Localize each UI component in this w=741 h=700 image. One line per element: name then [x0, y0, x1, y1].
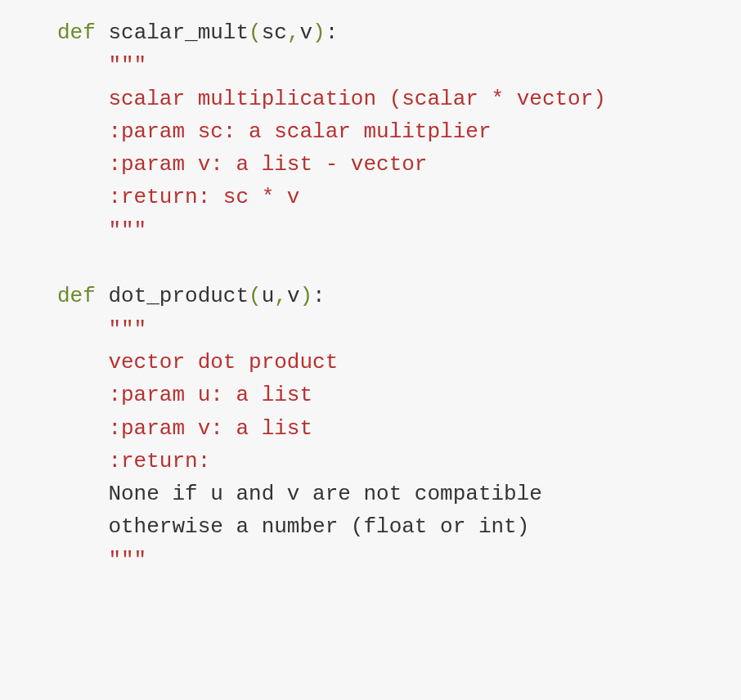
- open-paren: (: [249, 20, 262, 45]
- def-keyword: def: [57, 284, 96, 308]
- comma: ,: [287, 20, 300, 45]
- def-keyword: def: [57, 20, 96, 45]
- docstring-line: None if u and v are not compatible: [57, 482, 542, 506]
- colon: :: [326, 20, 339, 45]
- docstring-line: :param v: a list - vector: [57, 152, 427, 177]
- comma: ,: [274, 284, 287, 308]
- parameter: v: [300, 20, 313, 45]
- docstring-close: """: [57, 548, 146, 572]
- code-block: def scalar_mult(sc,v): """ scalar multip…: [0, 16, 741, 577]
- function-name: scalar_mult: [108, 20, 249, 45]
- docstring-open: """: [57, 317, 146, 342]
- docstring-line: :return:: [57, 449, 210, 473]
- docstring-line: :param sc: a scalar mulitplier: [57, 119, 492, 144]
- docstring-line: :return: sc * v: [57, 185, 299, 209]
- docstring-open: """: [57, 53, 146, 78]
- docstring-line: otherwise a number (float or int): [57, 514, 529, 539]
- parameter: u: [262, 284, 275, 308]
- parameter: v: [287, 284, 300, 308]
- close-paren: ): [312, 20, 326, 45]
- docstring-line: :param u: a list: [57, 383, 312, 407]
- function-name: dot_product: [108, 284, 249, 308]
- docstring-line: :param v: a list: [57, 416, 312, 441]
- docstring-line: vector dot product: [57, 350, 338, 375]
- parameter: sc: [262, 20, 287, 45]
- docstring-close: """: [57, 218, 146, 243]
- close-paren: ): [300, 284, 313, 308]
- docstring-line: scalar multiplication (scalar * vector): [57, 87, 606, 111]
- open-paren: (: [249, 284, 262, 308]
- colon: :: [312, 284, 326, 308]
